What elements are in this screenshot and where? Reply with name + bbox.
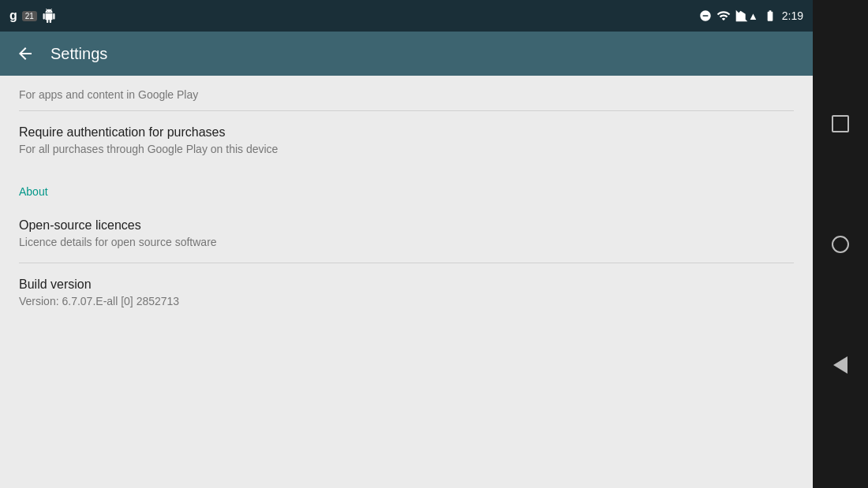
recents-button[interactable]: [826, 110, 855, 138]
battery-icon: [763, 9, 777, 22]
status-bar: g 21: [0, 0, 813, 32]
triangle-icon: [833, 356, 847, 374]
build-version-subtitle: Version: 6.7.07.E-all [0] 2852713: [19, 295, 794, 307]
square-icon: [832, 115, 849, 132]
back-nav-button[interactable]: [826, 351, 855, 379]
section-header: For apps and content in Google Play: [0, 76, 813, 110]
about-section-label: About: [0, 169, 813, 204]
device-screen: g 21: [0, 0, 813, 488]
toolbar: Settings: [0, 32, 813, 76]
status-bar-left: g 21: [9, 9, 56, 23]
home-button[interactable]: [826, 230, 855, 259]
toolbar-title: Settings: [51, 45, 107, 63]
require-auth-title: Require authentication for purchases: [19, 125, 794, 140]
build-version-title: Build version: [19, 278, 794, 292]
content-area: For apps and content in Google Play Requ…: [0, 76, 813, 488]
minus-circle-icon: [699, 9, 712, 22]
signal-icon: ▲: [735, 9, 758, 22]
open-source-licences-item[interactable]: Open-source licences Licence details for…: [0, 204, 813, 263]
open-source-licences-subtitle: Licence details for open source software: [19, 236, 794, 248]
api-level-badge: 21: [22, 11, 37, 21]
back-button[interactable]: [13, 41, 38, 66]
status-bar-right: ▲ 2:19: [699, 9, 803, 23]
wifi-icon: [716, 9, 731, 23]
open-source-licences-title: Open-source licences: [19, 218, 794, 233]
nav-bar: [813, 0, 868, 488]
g-icon: g: [9, 9, 17, 23]
require-auth-item[interactable]: Require authentication for purchases For…: [0, 111, 813, 169]
status-time: 2:19: [782, 9, 803, 22]
circle-icon: [832, 236, 849, 253]
build-version-item[interactable]: Build version Version: 6.7.07.E-all [0] …: [0, 263, 813, 322]
android-icon: [42, 9, 56, 23]
require-auth-subtitle: For all purchases through Google Play on…: [19, 143, 794, 155]
